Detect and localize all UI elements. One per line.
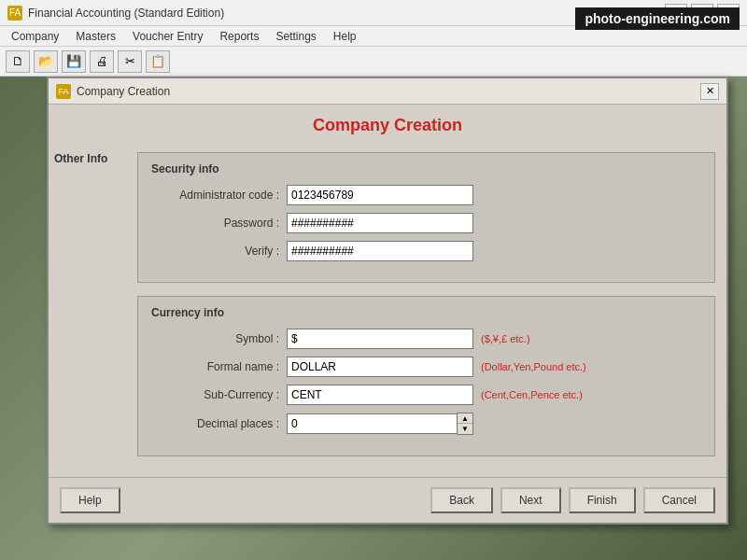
menu-settings[interactable]: Settings [268, 28, 323, 45]
other-info-label: Other Info [54, 152, 107, 165]
dialog-icon: FA [56, 84, 71, 99]
currency-section: Currency info Symbol : ($,¥,£ etc.) Form… [137, 296, 715, 456]
password-row: Password : [151, 213, 701, 233]
decimal-places-label: Decimal places : [151, 417, 287, 430]
password-input[interactable] [287, 213, 473, 233]
decimal-spinner: ▲ ▼ [287, 413, 473, 435]
menu-reports[interactable]: Reports [212, 28, 266, 45]
password-label: Password : [151, 217, 287, 230]
dialog-main: Other Info Security info Administrator c… [49, 145, 726, 477]
app-title: Financial Accounting (Standard Edition) [28, 7, 224, 20]
verify-label: Verify : [151, 245, 287, 258]
verify-row: Verify : [151, 241, 701, 261]
app-icon: FA [7, 6, 22, 21]
security-section-label: Security info [151, 162, 701, 175]
toolbar-save[interactable]: 💾 [62, 50, 86, 73]
formal-name-row: Formal name : (Dollar,Yen,Pound etc.) [151, 357, 701, 377]
dialog-body: Company Creation Other Info Security inf… [49, 105, 726, 523]
sub-currency-label: Sub-Currency : [151, 388, 287, 401]
security-section: Security info Administrator code : Passw… [137, 152, 715, 283]
admin-code-label: Administrator code : [151, 189, 287, 202]
toolbar-paste[interactable]: 📋 [146, 50, 170, 73]
right-panel: Security info Administrator code : Passw… [137, 145, 726, 477]
formal-name-label: Formal name : [151, 360, 287, 373]
toolbar-open[interactable]: 📂 [34, 50, 58, 73]
left-panel: Other Info [49, 145, 137, 477]
spinner-down-button[interactable]: ▼ [458, 424, 472, 434]
toolbar-new[interactable]: 🗋 [6, 50, 30, 73]
formal-name-hint: (Dollar,Yen,Pound etc.) [481, 361, 586, 372]
dialog-close-button[interactable]: ✕ [700, 83, 719, 100]
toolbar-print[interactable]: 🖨 [90, 50, 114, 73]
spinner-buttons: ▲ ▼ [457, 413, 473, 435]
currency-section-label: Currency info [151, 306, 701, 319]
menu-masters[interactable]: Masters [68, 28, 123, 45]
menu-help[interactable]: Help [326, 28, 364, 45]
company-creation-dialog: FA Company Creation ✕ Company Creation O… [47, 77, 728, 525]
sub-currency-hint: (Cent,Cen,Pence etc.) [481, 389, 583, 400]
decimal-places-row: Decimal places : ▲ ▼ [151, 413, 701, 435]
verify-input[interactable] [287, 241, 473, 261]
decimal-places-input[interactable] [287, 413, 457, 434]
sub-currency-input[interactable] [287, 385, 473, 405]
admin-code-input[interactable] [287, 185, 473, 205]
spinner-up-button[interactable]: ▲ [458, 413, 472, 424]
sub-currency-row: Sub-Currency : (Cent,Cen,Pence etc.) [151, 385, 701, 405]
symbol-input[interactable] [287, 329, 473, 349]
dialog-footer: Help Back Next Finish Cancel [49, 477, 726, 523]
toolbar: 🗋 📂 💾 🖨 ✂ 📋 [0, 47, 747, 77]
dialog-title-text: Company Creation [77, 85, 170, 98]
finish-button[interactable]: Finish [569, 487, 636, 513]
dialog-title-bar: FA Company Creation ✕ [49, 78, 726, 105]
next-button[interactable]: Next [500, 487, 561, 513]
watermark: photo-engineering.com [575, 7, 740, 30]
symbol-hint: ($,¥,£ etc.) [481, 333, 530, 344]
dialog-heading: Company Creation [49, 105, 726, 145]
toolbar-cut[interactable]: ✂ [118, 50, 142, 73]
formal-name-input[interactable] [287, 357, 473, 377]
menu-voucher-entry[interactable]: Voucher Entry [125, 28, 210, 45]
back-button[interactable]: Back [430, 487, 493, 513]
cancel-button[interactable]: Cancel [643, 487, 715, 513]
help-button[interactable]: Help [60, 487, 120, 513]
menu-company[interactable]: Company [4, 28, 66, 45]
admin-code-row: Administrator code : [151, 185, 701, 205]
symbol-row: Symbol : ($,¥,£ etc.) [151, 329, 701, 349]
symbol-label: Symbol : [151, 332, 287, 345]
